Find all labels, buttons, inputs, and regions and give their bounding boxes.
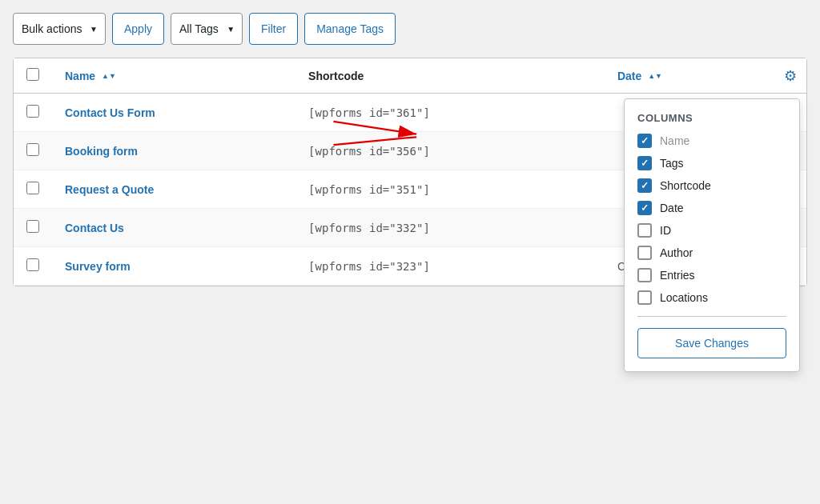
column-option: Locations	[637, 290, 786, 305]
select-all-cell	[14, 58, 52, 94]
form-name-cell: Booking form	[52, 132, 295, 170]
column-option: ID	[637, 223, 786, 238]
shortcode-column-header: Shortcode	[295, 58, 605, 94]
column-label: Entries	[660, 269, 695, 282]
column-option: Shortcode	[637, 178, 786, 193]
column-checkbox[interactable]	[637, 134, 652, 148]
form-shortcode-cell: [wpforms id="356"]	[295, 132, 605, 170]
row-checkbox-cell	[14, 209, 52, 247]
name-column-header[interactable]: Name ▲▼	[52, 58, 295, 94]
columns-options: NameTagsShortcodeDateIDAuthorEntriesLoca…	[637, 134, 786, 305]
toolbar: Bulk actions Apply All Tags Filter Manag…	[13, 13, 807, 45]
column-option: Name	[637, 134, 786, 148]
row-checkbox-cell	[14, 94, 52, 132]
row-checkbox[interactable]	[26, 220, 39, 233]
form-name-link[interactable]: Survey form	[65, 260, 131, 273]
column-label: Locations	[660, 291, 708, 304]
column-checkbox[interactable]	[637, 290, 652, 305]
form-name-cell: Contact Us	[52, 209, 295, 247]
row-checkbox[interactable]	[26, 182, 39, 194]
column-checkbox[interactable]	[637, 268, 652, 282]
row-checkbox[interactable]	[26, 258, 39, 271]
form-name-link[interactable]: Contact Us Form	[65, 106, 155, 119]
forms-table-container: Name ▲▼ Shortcode Date ▲▼ ⚙	[13, 58, 807, 286]
column-option: Date	[637, 201, 786, 215]
bulk-actions-wrapper: Bulk actions	[13, 13, 106, 45]
gear-button[interactable]: ⚙	[781, 64, 800, 88]
column-label: Shortcode	[660, 179, 711, 192]
all-tags-wrapper: All Tags	[171, 13, 243, 45]
select-all-checkbox[interactable]	[26, 68, 39, 81]
form-name-cell: Request a Quote	[52, 170, 295, 209]
row-checkbox-cell	[14, 132, 52, 170]
column-option: Entries	[637, 268, 786, 282]
form-shortcode-cell: [wpforms id="332"]	[295, 209, 605, 247]
date-sort-arrows: ▲▼	[648, 73, 662, 80]
column-checkbox[interactable]	[637, 201, 652, 215]
column-option: Tags	[637, 156, 786, 170]
form-name-cell: Survey form	[52, 247, 295, 286]
form-name-link[interactable]: Request a Quote	[65, 183, 154, 196]
form-name-link[interactable]: Booking form	[65, 145, 138, 158]
row-checkbox-cell	[14, 170, 52, 209]
column-label: Date	[660, 202, 684, 214]
date-column-header[interactable]: Date ▲▼ ⚙	[605, 58, 806, 94]
column-option: Author	[637, 246, 786, 260]
row-checkbox[interactable]	[26, 143, 39, 156]
form-shortcode-cell: [wpforms id="323"]	[295, 247, 605, 286]
column-checkbox[interactable]	[637, 156, 652, 170]
form-shortcode-cell: [wpforms id="351"]	[295, 170, 605, 209]
bulk-actions-select[interactable]: Bulk actions	[13, 13, 106, 45]
manage-tags-button[interactable]: Manage Tags	[304, 13, 396, 45]
column-label: ID	[660, 224, 671, 237]
apply-button[interactable]: Apply	[112, 13, 164, 45]
all-tags-select[interactable]: All Tags	[171, 13, 243, 45]
filter-button[interactable]: Filter	[249, 13, 298, 45]
table-header-row: Name ▲▼ Shortcode Date ▲▼ ⚙	[14, 58, 806, 94]
name-sort-arrows: ▲▼	[102, 73, 116, 80]
columns-panel-title: Columns	[637, 112, 786, 124]
column-label: Author	[660, 246, 693, 259]
column-label: Tags	[660, 157, 684, 170]
row-checkbox[interactable]	[26, 105, 39, 118]
column-checkbox[interactable]	[637, 246, 652, 260]
column-checkbox[interactable]	[637, 178, 652, 193]
column-label: Name	[660, 134, 689, 147]
column-checkbox[interactable]	[637, 223, 652, 238]
row-checkbox-cell	[14, 247, 52, 286]
form-shortcode-cell: [wpforms id="361"]	[295, 94, 605, 132]
save-changes-button[interactable]: Save Changes	[637, 328, 786, 358]
columns-divider	[637, 316, 786, 317]
columns-panel: Columns NameTagsShortcodeDateIDAuthorEnt…	[624, 98, 800, 372]
form-name-link[interactable]: Contact Us	[65, 222, 124, 234]
form-name-cell: Contact Us Form	[52, 94, 295, 132]
